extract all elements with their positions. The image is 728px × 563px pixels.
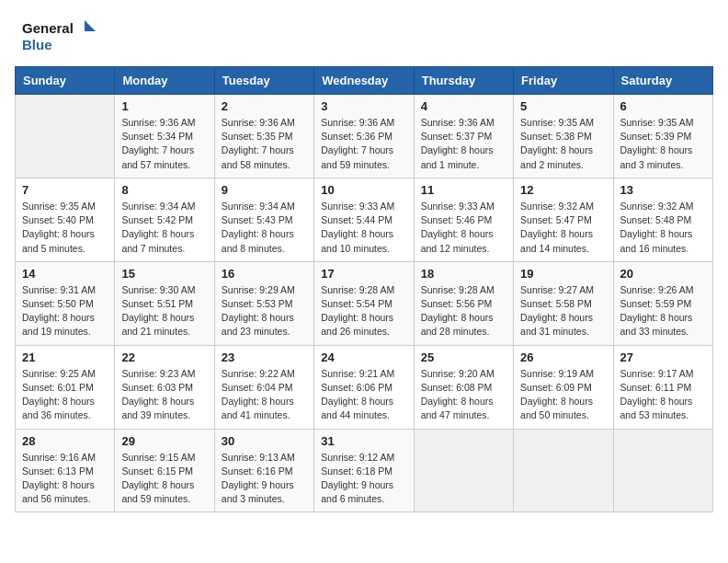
day-number: 7 (22, 183, 108, 197)
day-info: Sunrise: 9:31 AM Sunset: 5:50 PM Dayligh… (22, 283, 108, 339)
day-info: Sunrise: 9:22 AM Sunset: 6:04 PM Dayligh… (222, 367, 307, 423)
day-info: Sunrise: 9:17 AM Sunset: 6:11 PM Dayligh… (620, 367, 706, 423)
day-number: 24 (321, 350, 406, 364)
week-row-5: 28Sunrise: 9:16 AM Sunset: 6:13 PM Dayli… (16, 429, 713, 512)
day-cell-27: 27Sunrise: 9:17 AM Sunset: 6:11 PM Dayli… (613, 345, 712, 429)
weekday-header-friday: Friday (514, 67, 613, 95)
page: General Blue SundayMondayTuesdayWednesda… (0, 0, 728, 563)
day-info: Sunrise: 9:35 AM Sunset: 5:40 PM Dayligh… (22, 200, 108, 256)
day-info: Sunrise: 9:35 AM Sunset: 5:39 PM Dayligh… (620, 116, 706, 172)
day-info: Sunrise: 9:15 AM Sunset: 6:15 PM Dayligh… (121, 451, 207, 507)
day-info: Sunrise: 9:32 AM Sunset: 5:47 PM Dayligh… (520, 200, 606, 256)
day-cell-18: 18Sunrise: 9:28 AM Sunset: 5:56 PM Dayli… (414, 261, 513, 345)
header: General Blue (0, 0, 728, 66)
weekday-header-saturday: Saturday (613, 67, 712, 95)
logo-svg: General Blue (22, 17, 96, 57)
day-cell-26: 26Sunrise: 9:19 AM Sunset: 6:09 PM Dayli… (514, 345, 613, 429)
day-number: 8 (121, 183, 207, 197)
day-number: 27 (620, 350, 706, 364)
day-cell-25: 25Sunrise: 9:20 AM Sunset: 6:08 PM Dayli… (414, 345, 513, 429)
day-number: 16 (222, 267, 307, 281)
empty-cell (414, 429, 513, 512)
day-number: 13 (620, 183, 706, 197)
day-number: 18 (421, 267, 506, 281)
day-cell-6: 6Sunrise: 9:35 AM Sunset: 5:39 PM Daylig… (613, 95, 712, 178)
day-info: Sunrise: 9:21 AM Sunset: 6:06 PM Dayligh… (321, 367, 406, 423)
empty-cell (16, 95, 115, 178)
day-cell-30: 30Sunrise: 9:13 AM Sunset: 6:16 PM Dayli… (214, 429, 313, 512)
day-cell-29: 29Sunrise: 9:15 AM Sunset: 6:15 PM Dayli… (115, 429, 214, 512)
day-number: 9 (222, 183, 307, 197)
day-info: Sunrise: 9:23 AM Sunset: 6:03 PM Dayligh… (121, 367, 207, 423)
day-number: 29 (121, 434, 207, 448)
day-cell-17: 17Sunrise: 9:28 AM Sunset: 5:54 PM Dayli… (314, 261, 414, 345)
day-info: Sunrise: 9:34 AM Sunset: 5:42 PM Dayligh… (121, 200, 207, 256)
day-cell-7: 7Sunrise: 9:35 AM Sunset: 5:40 PM Daylig… (16, 178, 115, 261)
weekday-header-sunday: Sunday (16, 67, 115, 95)
day-number: 6 (620, 99, 706, 113)
day-cell-23: 23Sunrise: 9:22 AM Sunset: 6:04 PM Dayli… (214, 345, 313, 429)
weekday-header-wednesday: Wednesday (314, 67, 414, 95)
day-info: Sunrise: 9:28 AM Sunset: 5:56 PM Dayligh… (421, 283, 506, 339)
day-number: 31 (321, 434, 406, 448)
weekday-header-monday: Monday (115, 67, 214, 95)
day-cell-3: 3Sunrise: 9:36 AM Sunset: 5:36 PM Daylig… (314, 95, 414, 178)
day-info: Sunrise: 9:16 AM Sunset: 6:13 PM Dayligh… (22, 451, 108, 507)
day-info: Sunrise: 9:36 AM Sunset: 5:36 PM Dayligh… (321, 116, 406, 172)
svg-text:General: General (22, 20, 74, 36)
day-info: Sunrise: 9:29 AM Sunset: 5:53 PM Dayligh… (222, 283, 307, 339)
week-row-3: 14Sunrise: 9:31 AM Sunset: 5:50 PM Dayli… (16, 261, 713, 345)
day-number: 25 (421, 350, 506, 364)
day-info: Sunrise: 9:33 AM Sunset: 5:44 PM Dayligh… (321, 200, 406, 256)
day-cell-2: 2Sunrise: 9:36 AM Sunset: 5:35 PM Daylig… (214, 95, 313, 178)
day-cell-10: 10Sunrise: 9:33 AM Sunset: 5:44 PM Dayli… (314, 178, 414, 261)
day-info: Sunrise: 9:32 AM Sunset: 5:48 PM Dayligh… (620, 200, 706, 256)
day-info: Sunrise: 9:36 AM Sunset: 5:34 PM Dayligh… (121, 116, 207, 172)
day-info: Sunrise: 9:12 AM Sunset: 6:18 PM Dayligh… (321, 451, 406, 507)
day-cell-13: 13Sunrise: 9:32 AM Sunset: 5:48 PM Dayli… (613, 178, 712, 261)
day-info: Sunrise: 9:13 AM Sunset: 6:16 PM Dayligh… (222, 451, 307, 507)
day-cell-15: 15Sunrise: 9:30 AM Sunset: 5:51 PM Dayli… (115, 261, 214, 345)
day-number: 2 (222, 99, 307, 113)
day-number: 15 (121, 267, 207, 281)
day-number: 11 (421, 183, 506, 197)
day-cell-1: 1Sunrise: 9:36 AM Sunset: 5:34 PM Daylig… (115, 95, 214, 178)
day-cell-14: 14Sunrise: 9:31 AM Sunset: 5:50 PM Dayli… (16, 261, 115, 345)
svg-text:Blue: Blue (22, 37, 52, 52)
day-number: 19 (520, 267, 606, 281)
day-cell-4: 4Sunrise: 9:36 AM Sunset: 5:37 PM Daylig… (414, 95, 513, 178)
empty-cell (613, 429, 712, 512)
day-cell-9: 9Sunrise: 9:34 AM Sunset: 5:43 PM Daylig… (214, 178, 313, 261)
day-number: 1 (121, 99, 207, 113)
day-cell-5: 5Sunrise: 9:35 AM Sunset: 5:38 PM Daylig… (514, 95, 613, 178)
day-info: Sunrise: 9:27 AM Sunset: 5:58 PM Dayligh… (520, 283, 606, 339)
day-cell-8: 8Sunrise: 9:34 AM Sunset: 5:42 PM Daylig… (115, 178, 214, 261)
day-number: 5 (520, 99, 606, 113)
day-number: 21 (22, 350, 108, 364)
day-number: 12 (520, 183, 606, 197)
empty-cell (514, 429, 613, 512)
day-cell-11: 11Sunrise: 9:33 AM Sunset: 5:46 PM Dayli… (414, 178, 513, 261)
day-number: 23 (222, 350, 307, 364)
week-row-1: 1Sunrise: 9:36 AM Sunset: 5:34 PM Daylig… (16, 95, 713, 178)
day-number: 3 (321, 99, 406, 113)
day-info: Sunrise: 9:35 AM Sunset: 5:38 PM Dayligh… (520, 116, 606, 172)
day-cell-21: 21Sunrise: 9:25 AM Sunset: 6:01 PM Dayli… (16, 345, 115, 429)
day-info: Sunrise: 9:33 AM Sunset: 5:46 PM Dayligh… (421, 200, 506, 256)
logo: General Blue (22, 17, 96, 57)
weekday-header-tuesday: Tuesday (214, 67, 313, 95)
day-cell-16: 16Sunrise: 9:29 AM Sunset: 5:53 PM Dayli… (214, 261, 313, 345)
day-cell-31: 31Sunrise: 9:12 AM Sunset: 6:18 PM Dayli… (314, 429, 414, 512)
day-info: Sunrise: 9:19 AM Sunset: 6:09 PM Dayligh… (520, 367, 606, 423)
day-number: 22 (121, 350, 207, 364)
day-number: 30 (222, 434, 307, 448)
day-info: Sunrise: 9:30 AM Sunset: 5:51 PM Dayligh… (121, 283, 207, 339)
day-cell-28: 28Sunrise: 9:16 AM Sunset: 6:13 PM Dayli… (16, 429, 115, 512)
day-info: Sunrise: 9:36 AM Sunset: 5:35 PM Dayligh… (222, 116, 307, 172)
day-info: Sunrise: 9:34 AM Sunset: 5:43 PM Dayligh… (222, 200, 307, 256)
day-cell-24: 24Sunrise: 9:21 AM Sunset: 6:06 PM Dayli… (314, 345, 414, 429)
week-row-2: 7Sunrise: 9:35 AM Sunset: 5:40 PM Daylig… (16, 178, 713, 261)
day-info: Sunrise: 9:20 AM Sunset: 6:08 PM Dayligh… (421, 367, 506, 423)
day-info: Sunrise: 9:26 AM Sunset: 5:59 PM Dayligh… (620, 283, 706, 339)
day-number: 26 (520, 350, 606, 364)
